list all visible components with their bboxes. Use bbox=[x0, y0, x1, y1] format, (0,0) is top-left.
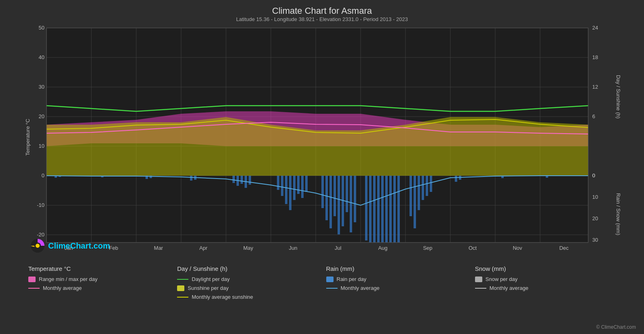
svg-text:Feb: Feb bbox=[109, 245, 118, 251]
chart-title: Climate Chart for Asmara bbox=[0, 6, 644, 16]
svg-rect-68 bbox=[414, 176, 416, 228]
legend-snow-swatch: Snow per day bbox=[475, 276, 616, 282]
copyright-text: © ClimeChart.com bbox=[596, 324, 636, 330]
svg-rect-53 bbox=[338, 176, 340, 234]
svg-text:0: 0 bbox=[592, 172, 595, 179]
svg-rect-46 bbox=[297, 176, 300, 194]
svg-text:20: 20 bbox=[39, 113, 44, 119]
legend-snow-title: Snow (mm) bbox=[475, 265, 616, 272]
watermark-bottom: ClimeChart.com bbox=[30, 238, 110, 253]
svg-rect-50 bbox=[325, 176, 328, 220]
svg-text:-20: -20 bbox=[37, 232, 44, 238]
legend-sunshine: Day / Sunshine (h) Daylight per day Suns… bbox=[173, 263, 322, 330]
svg-text:6: 6 bbox=[592, 113, 595, 119]
sunshine-avg-line bbox=[177, 297, 188, 298]
svg-text:50: 50 bbox=[39, 25, 44, 31]
svg-text:Day / Sunshine (h): Day / Sunshine (h) bbox=[615, 75, 621, 119]
svg-rect-38 bbox=[241, 176, 243, 184]
legend-rain: Rain (mm) Rain per day Monthly average bbox=[322, 263, 471, 330]
svg-text:40: 40 bbox=[39, 54, 44, 60]
climate-chart-svg: 50 40 30 20 10 0 -10 -20 Temperature °C … bbox=[22, 24, 621, 255]
svg-rect-36 bbox=[232, 176, 235, 183]
legend-area: Temperature °C Range min / max per day M… bbox=[0, 259, 644, 334]
svg-rect-61 bbox=[377, 176, 380, 251]
svg-text:Mar: Mar bbox=[154, 245, 163, 251]
snow-avg-line bbox=[475, 288, 486, 289]
svg-rect-66 bbox=[397, 176, 400, 253]
legend-rain-avg: Monthly average bbox=[326, 285, 467, 291]
sunshine-swatch bbox=[177, 285, 184, 291]
temp-range-swatch bbox=[28, 277, 36, 282]
svg-rect-44 bbox=[289, 176, 291, 210]
svg-text:24: 24 bbox=[592, 25, 598, 31]
svg-text:10: 10 bbox=[39, 143, 44, 149]
legend-daylight: Daylight per day bbox=[177, 276, 318, 282]
svg-text:Sep: Sep bbox=[423, 245, 432, 251]
svg-text:Jul: Jul bbox=[335, 245, 342, 251]
svg-rect-64 bbox=[389, 176, 392, 247]
svg-text:0: 0 bbox=[42, 172, 44, 179]
main-container: Climate Chart for Asmara Latitude 15.36 … bbox=[0, 0, 644, 334]
svg-rect-70 bbox=[422, 176, 424, 200]
watermark-bottom-text: ClimeChart.com bbox=[48, 241, 110, 251]
svg-text:12: 12 bbox=[592, 84, 598, 90]
legend-temp-range: Range min / max per day bbox=[28, 276, 169, 282]
svg-text:10: 10 bbox=[592, 194, 598, 200]
svg-rect-57 bbox=[354, 176, 356, 222]
rain-avg-line bbox=[326, 288, 338, 289]
svg-rect-47 bbox=[301, 176, 304, 198]
legend-sunshine-avg: Monthly average sunshine bbox=[177, 294, 318, 300]
svg-text:Jun: Jun bbox=[289, 245, 298, 251]
svg-text:Oct: Oct bbox=[469, 245, 477, 251]
legend-temp-title: Temperature °C bbox=[28, 265, 169, 272]
legend-snow-avg: Monthly average bbox=[475, 285, 616, 291]
svg-rect-69 bbox=[418, 176, 420, 210]
legend-temp-avg: Monthly average bbox=[28, 285, 169, 291]
svg-rect-67 bbox=[410, 176, 412, 216]
legend-sun-title: Day / Sunshine (h) bbox=[177, 265, 318, 272]
svg-rect-49 bbox=[321, 176, 324, 208]
svg-rect-71 bbox=[426, 176, 428, 196]
svg-point-113 bbox=[36, 244, 40, 248]
chart-subtitle: Latitude 15.36 - Longitude 38.921 - Elev… bbox=[0, 16, 644, 22]
svg-text:-10: -10 bbox=[37, 202, 44, 208]
svg-text:30: 30 bbox=[39, 84, 44, 90]
logo-icon-bottom bbox=[30, 238, 45, 253]
svg-rect-42 bbox=[281, 176, 283, 196]
svg-rect-56 bbox=[350, 176, 352, 232]
svg-rect-52 bbox=[334, 176, 336, 216]
svg-rect-48 bbox=[305, 176, 308, 192]
svg-text:Rain / Snow (mm): Rain / Snow (mm) bbox=[615, 193, 621, 235]
svg-rect-40 bbox=[249, 176, 251, 185]
svg-text:Dec: Dec bbox=[559, 245, 569, 251]
legend-rain-title: Rain (mm) bbox=[326, 265, 467, 272]
svg-text:Nov: Nov bbox=[513, 245, 522, 251]
legend-sunshine-swatch: Sunshine per day bbox=[177, 285, 318, 291]
svg-text:Aug: Aug bbox=[378, 245, 387, 251]
svg-rect-45 bbox=[293, 176, 296, 200]
svg-text:Apr: Apr bbox=[199, 245, 208, 251]
svg-rect-58 bbox=[365, 176, 367, 240]
svg-rect-73 bbox=[455, 176, 457, 182]
svg-rect-72 bbox=[430, 176, 432, 192]
legend-temperature: Temperature °C Range min / max per day M… bbox=[24, 263, 173, 330]
daylight-line bbox=[177, 279, 188, 280]
legend-snow: Snow (mm) Snow per day Monthly average bbox=[471, 263, 620, 330]
svg-text:Temperature °C: Temperature °C bbox=[25, 119, 31, 155]
chart-area: 50 40 30 20 10 0 -10 -20 Temperature °C … bbox=[22, 24, 621, 255]
snow-swatch bbox=[475, 277, 482, 282]
svg-rect-43 bbox=[285, 176, 287, 204]
svg-text:May: May bbox=[243, 245, 253, 251]
svg-rect-55 bbox=[346, 176, 348, 212]
rain-swatch bbox=[326, 277, 334, 282]
svg-text:20: 20 bbox=[592, 215, 598, 221]
svg-text:18: 18 bbox=[592, 54, 598, 60]
legend-rain-swatch: Rain per day bbox=[326, 276, 467, 282]
chart-header: Climate Chart for Asmara Latitude 15.36 … bbox=[0, 0, 644, 24]
svg-rect-51 bbox=[329, 176, 332, 228]
svg-rect-34 bbox=[190, 176, 192, 181]
svg-rect-41 bbox=[277, 176, 279, 190]
svg-text:30: 30 bbox=[592, 237, 598, 243]
temp-avg-line bbox=[28, 288, 40, 289]
